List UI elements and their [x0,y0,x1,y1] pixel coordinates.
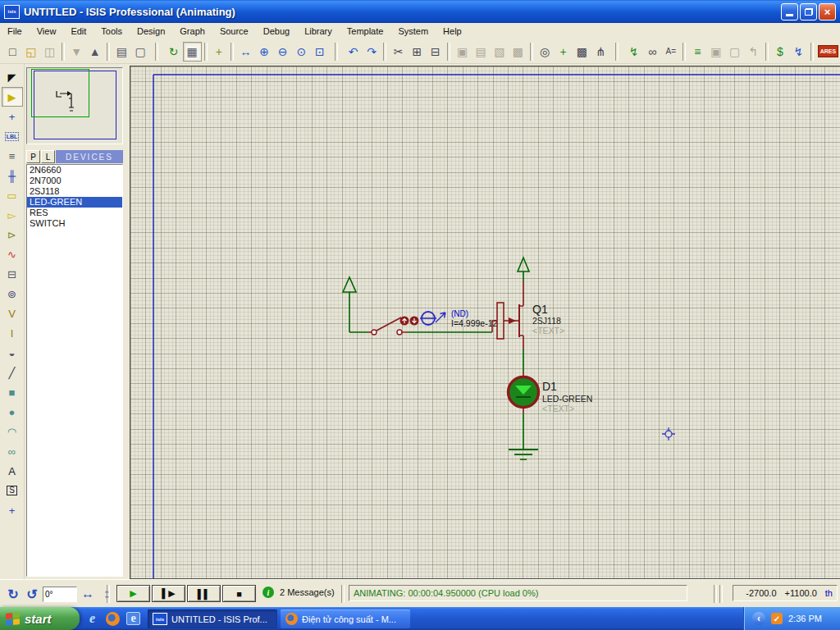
menu-help[interactable]: Help [436,24,469,39]
menu-view[interactable]: View [30,24,64,39]
2d-box-button[interactable]: ■ [2,382,23,402]
message-area[interactable]: i 2 Message(s) [262,587,335,598]
cut-button[interactable]: ✂ [389,42,408,62]
undo-button[interactable]: ↶ [344,42,363,62]
minimize-button[interactable] [781,3,798,21]
zoom-area-button[interactable]: ⊡ [311,42,330,62]
menu-library[interactable]: Library [297,24,340,39]
stop-button[interactable]: ■ [222,585,256,602]
power-terminal-left[interactable] [343,277,368,332]
pan-button[interactable]: ↔ [236,42,255,62]
copy-button[interactable]: ⊞ [408,42,427,62]
electrical-rule-check-button[interactable]: ↯ [789,42,808,62]
decompose-button[interactable]: ⋔ [591,42,610,62]
menu-system[interactable]: System [390,24,436,39]
redo-button[interactable]: ↷ [363,42,381,62]
play-button[interactable]: ▶ [116,585,150,602]
taskbar-task-2[interactable]: Điện tử công suất - M... [281,609,410,628]
design-explorer-button[interactable]: ≡ [688,42,707,62]
restore-button[interactable] [800,3,817,21]
device-item-res[interactable]: RES [27,208,122,218]
zoom-all-button[interactable]: ⊙ [292,42,311,62]
mosfet-q1[interactable] [492,281,523,349]
2d-symbol-button[interactable]: S [2,481,23,500]
search-tag-button[interactable]: ∞ [643,42,662,62]
generator-mode-button[interactable]: ⊚ [2,284,23,304]
selection-mode-button[interactable]: ◤ [2,67,23,87]
device-item-switch[interactable]: SWITCH [27,218,122,229]
open-file-button[interactable]: ◱ [22,42,41,62]
2d-text-button[interactable]: A [2,461,23,481]
bill-of-materials-button[interactable]: $ [771,42,790,62]
redraw-button[interactable]: ↻ [164,42,183,62]
wire-autorouter-button[interactable]: ↯ [624,42,643,62]
mark-output-area-button[interactable]: ▢ [131,42,150,62]
junction-dot-mode-button[interactable]: + [2,107,23,126]
menu-edit[interactable]: Edit [63,24,94,39]
taskbar-task-1[interactable]: isisUNTITLED - ISIS Prof... [148,609,277,628]
device-pins-mode-button[interactable]: ⊳ [2,225,23,244]
quicklaunch-internet-explorer[interactable]: e [85,612,99,626]
terminals-mode-button[interactable]: ▻ [2,205,23,225]
menu-graph[interactable]: Graph [172,24,212,39]
menu-source[interactable]: Source [212,24,256,39]
menu-template[interactable]: Template [340,24,391,39]
quicklaunch-browser[interactable]: e [126,612,140,625]
make-device-button[interactable]: + [554,42,573,62]
rotate-clockwise-button[interactable]: ↻ [5,586,21,602]
menu-file[interactable]: File [0,24,30,39]
start-button[interactable]: start [0,607,80,630]
overview-window[interactable] [26,67,123,144]
mirror-horizontal-button[interactable]: ↔ [80,586,96,602]
power-terminal-top[interactable] [518,258,529,281]
paste-button[interactable]: ⊟ [427,42,445,62]
ground-terminal[interactable] [509,450,538,459]
title-bar[interactable]: isis UNTITLED - ISIS Professional (Anima… [0,0,840,23]
packaging-tool-button[interactable]: ▩ [573,42,591,62]
device-item-2n6660[interactable]: 2N6660 [27,165,122,176]
new-file-button[interactable]: □ [3,42,22,62]
current-probe-mode-button[interactable]: I [2,323,23,343]
rotation-angle-input[interactable] [43,587,77,602]
close-button[interactable]: × [819,3,836,21]
print-button[interactable]: ▤ [112,42,131,62]
tray-notification-icon[interactable]: ✓ [771,613,783,624]
netlist-to-ares-button[interactable]: ARES [816,42,840,62]
subcircuit-mode-button[interactable]: ▭ [2,185,23,205]
text-script-mode-button[interactable]: ≡ [2,146,23,166]
2d-arc-button[interactable]: ◠ [2,422,23,441]
led-d1[interactable] [509,372,539,413]
buses-mode-button[interactable]: ╫ [2,166,23,185]
menu-design[interactable]: Design [130,24,172,39]
pause-button[interactable]: ▌▌ [187,585,221,602]
tape-recorder-mode-button[interactable]: ⊟ [2,264,23,284]
wire-label-mode-button[interactable]: LBL [2,126,23,146]
device-item-led-green[interactable]: LED-GREEN [27,197,122,208]
toggle-grid-button[interactable]: ▦ [183,42,202,62]
switch-actuator[interactable] [400,317,419,326]
tray-chevron-icon[interactable]: ‹ [752,612,765,625]
pick-devices-button[interactable]: P [26,150,40,163]
2d-line-button[interactable]: ╱ [2,363,23,382]
schematic-canvas[interactable]: (ND) I=4.999e-12 [130,66,840,579]
quicklaunch-firefox[interactable] [106,612,120,626]
component-mode-button[interactable]: ▶ [2,87,23,107]
voltage-probe-mode-button[interactable]: V [2,304,23,323]
graph-mode-button[interactable]: ∿ [2,244,23,264]
export-section-button[interactable]: ▲ [85,42,104,62]
2d-marker-button[interactable]: + [2,500,23,520]
menu-debug[interactable]: Debug [256,24,297,39]
step-button[interactable]: ▌▶ [152,585,185,602]
virtual-instruments-mode-button[interactable]: ◒ [2,343,23,363]
zoom-in-button[interactable]: ⊕ [255,42,274,62]
zoom-out-button[interactable]: ⊖ [273,42,292,62]
false-origin-button[interactable]: + [210,42,229,62]
library-button[interactable]: L [41,150,55,163]
2d-path-button[interactable]: ∞ [2,441,23,461]
device-item-2n7000[interactable]: 2N7000 [27,176,122,186]
pick-device-button[interactable]: ◎ [536,42,555,62]
property-assignment-button[interactable]: A= [661,42,680,62]
device-item-2sj118[interactable]: 2SJ118 [27,186,122,197]
menu-tools[interactable]: Tools [94,24,130,39]
2d-circle-button[interactable]: ● [2,402,23,422]
